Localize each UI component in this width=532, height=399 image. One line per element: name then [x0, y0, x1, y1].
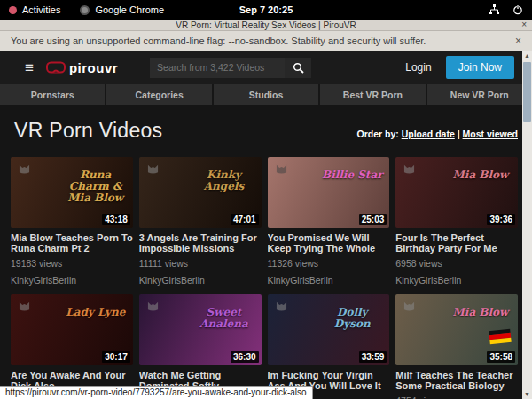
site-header: ≡ pirouvr Login Join Now [0, 51, 532, 84]
cat-mask-logo-icon [146, 300, 160, 311]
video-thumbnail[interactable]: Sweet Analena 36:30 [139, 294, 262, 365]
scrollbar-thumb[interactable] [523, 62, 531, 122]
video-card[interactable]: Mia Blow 39:36 Four Is The Perfect Birth… [395, 157, 518, 286]
video-title[interactable]: 3 Angels Are Training For Impossible Mis… [139, 232, 262, 254]
page-header-row: VR Porn Videos Order by: Upload date | M… [0, 105, 532, 157]
scroll-down-arrow-icon[interactable]: ▼ [522, 389, 532, 399]
video-title[interactable]: You Promised We Will Keep Trying The Who… [268, 232, 390, 254]
nav-item-best-vr-porn[interactable]: Best VR Porn [320, 84, 425, 105]
search-input[interactable] [150, 58, 285, 78]
video-card[interactable]: Mia Blow 35:58 Milf Teaches The Teacher … [395, 294, 518, 399]
video-card[interactable]: Lady Lyne 30:17 Are You Awake And Your D… [11, 294, 133, 399]
vr-goggles-icon [46, 61, 66, 74]
tab-close-icon[interactable]: × [521, 20, 527, 29]
video-thumbnail[interactable]: Lady Lyne 30:17 [11, 294, 133, 365]
german-flag-icon [489, 329, 511, 344]
duration-badge: 35:58 [487, 351, 515, 363]
video-thumbnail[interactable]: Mia Blow 39:36 [395, 157, 518, 228]
order-by-label: Order by: [356, 129, 398, 139]
video-title[interactable]: Milf Teaches The Teacher Some Practical … [395, 370, 518, 391]
video-thumbnail[interactable]: Dolly Dyson 33:59 [268, 294, 390, 365]
nav-item-pornstars[interactable]: Pornstars [0, 84, 105, 105]
video-card[interactable]: Sweet Analena 36:30 Watch Me Getting Dom… [139, 294, 262, 399]
nav-item-categories[interactable]: Categories [106, 84, 211, 105]
order-upload-date-link[interactable]: Upload date [402, 129, 455, 139]
duration-badge: 30:17 [102, 351, 130, 363]
infobar-close-icon[interactable]: × [515, 35, 521, 47]
order-most-viewed-link[interactable]: Most viewed [463, 129, 518, 139]
cat-mask-logo-icon [18, 162, 31, 174]
cat-mask-logo-icon [403, 162, 416, 174]
video-thumbnail[interactable]: Runa Charm & Mia Blow 43:18 [11, 157, 133, 228]
order-separator: | [458, 129, 460, 139]
studio-link[interactable]: KinkyGirlsBerlin [11, 275, 133, 286]
video-title[interactable]: Mia Blow Teaches Porn To Runa Charm Pt 2 [11, 232, 133, 254]
view-count: 19183 views [11, 258, 133, 269]
system-top-bar: Activities Google Chrome Sep 7 20:25 [0, 0, 532, 20]
thumbnail-overlay-text: Sweet Analena [192, 307, 256, 330]
nav-item-new-vr-porn[interactable]: New VR Porn [427, 84, 532, 105]
thumbnail-overlay-text: Mia Blow [449, 169, 512, 181]
power-icon[interactable] [512, 4, 523, 15]
studio-link[interactable]: KinkyGirlsBerlin [268, 275, 390, 286]
logo-text: pirouvr [69, 60, 118, 75]
thumbnail-overlay-text: Billie Star [320, 169, 384, 181]
browser-title-bar: VR Porn: Virtual Reality Sex Videos | Pi… [0, 20, 532, 31]
nav-item-studios[interactable]: Studios [214, 84, 318, 105]
join-now-button[interactable]: Join Now [446, 56, 514, 79]
status-bar-url: https://pirouvr.com/vr-porn-video/779325… [0, 386, 313, 399]
video-thumbnail[interactable]: Kinky Angels 47:01 [139, 157, 262, 228]
view-count: 11326 views [268, 258, 390, 269]
clock[interactable]: Sep 7 20:25 [0, 4, 532, 15]
video-grid: Runa Charm & Mia Blow 43:18 Mia Blow Tea… [11, 157, 518, 399]
site-logo[interactable]: pirouvr [46, 60, 118, 75]
search-bar [150, 58, 311, 78]
chrome-infobar: You are using an unsupported command-lin… [0, 31, 532, 51]
page-heading: VR Porn Videos [14, 119, 162, 143]
order-by-controls: Order by: Upload date | Most viewed [356, 129, 518, 143]
main-nav: Pornstars Categories Studios Best VR Por… [0, 84, 532, 105]
thumbnail-overlay-text: Runa Charm & Mia Blow [64, 169, 128, 204]
duration-badge: 39:36 [487, 214, 515, 225]
studio-link[interactable]: KinkyGirlsBerlin [139, 275, 262, 286]
video-card[interactable]: Billie Star 25:03 You Promised We Will K… [268, 157, 390, 286]
page-title-text: VR Porn: Virtual Reality Sex Videos | Pi… [176, 20, 356, 30]
duration-badge: 25:03 [359, 214, 387, 225]
video-card[interactable]: Runa Charm & Mia Blow 43:18 Mia Blow Tea… [11, 157, 133, 286]
video-thumbnail[interactable]: Mia Blow 35:58 [395, 294, 518, 365]
thumbnail-overlay-text: Mia Blow [449, 307, 512, 318]
cat-mask-logo-icon [146, 162, 160, 174]
network-icon[interactable] [489, 4, 500, 15]
video-card[interactable]: Kinky Angels 47:01 3 Angels Are Training… [139, 157, 262, 286]
search-button[interactable] [285, 58, 311, 78]
video-title[interactable]: Four Is The Perfect Birthday Party For M… [395, 232, 518, 254]
duration-badge: 47:01 [231, 214, 259, 225]
cat-mask-logo-icon [18, 300, 31, 311]
video-thumbnail[interactable]: Billie Star 25:03 [268, 157, 390, 228]
view-count: 11111 views [139, 258, 262, 269]
scroll-up-arrow-icon[interactable]: ▲ [522, 51, 532, 60]
duration-badge: 43:18 [102, 214, 130, 225]
video-card[interactable]: Dolly Dyson 33:59 Im Fucking Your Virgin… [268, 294, 390, 399]
cat-mask-logo-icon [403, 300, 416, 311]
web-page: ≡ pirouvr Login Join Now Pornstars Categ… [0, 51, 532, 399]
duration-badge: 33:59 [359, 351, 387, 363]
view-count: 4754 views [395, 395, 518, 399]
duration-badge: 36:30 [231, 351, 259, 363]
cat-mask-logo-icon [275, 162, 288, 174]
infobar-message: You are using an unsupported command-lin… [11, 35, 426, 46]
thumbnail-overlay-text: Dolly Dyson [320, 307, 384, 330]
studio-link[interactable]: KinkyGirlsBerlin [395, 275, 518, 286]
hamburger-menu-icon[interactable]: ≡ [25, 60, 34, 75]
view-count: 6958 views [395, 258, 518, 269]
login-link[interactable]: Login [405, 61, 431, 74]
search-icon [293, 62, 304, 74]
cat-mask-logo-icon [275, 300, 288, 311]
page-scrollbar[interactable]: ▲ ▼ [522, 51, 532, 399]
thumbnail-overlay-text: Kinky Angels [192, 169, 256, 192]
thumbnail-overlay-text: Lady Lyne [64, 307, 128, 318]
